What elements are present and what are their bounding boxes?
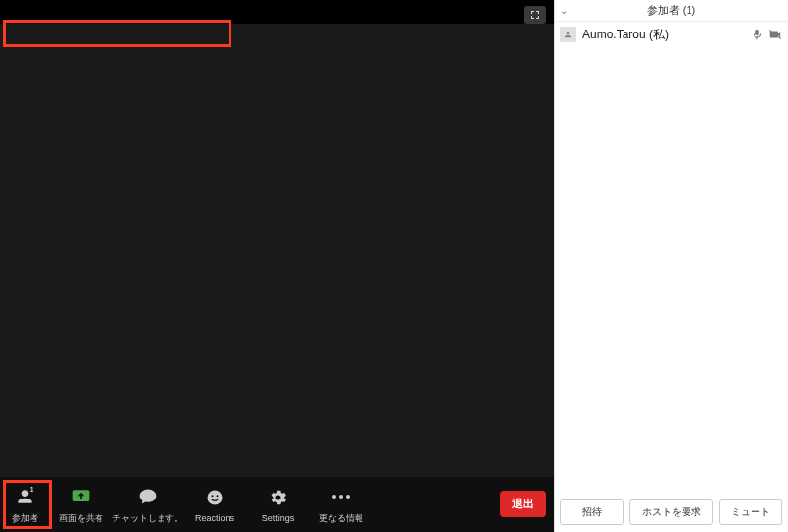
participant-name: Aumo.Tarou (私) — [582, 27, 669, 43]
participants-label: 参加者 — [12, 512, 38, 525]
chat-label: チャットします。 — [112, 512, 183, 525]
avatar — [560, 27, 576, 42]
bottom-toolbar: 1 参加者 画面を共有 チャットします。 Reactions Settings … — [0, 477, 554, 532]
video-area: 1 参加者 画面を共有 チャットします。 Reactions Settings … — [0, 0, 554, 532]
panel-title: 参加者 (1) — [647, 3, 696, 18]
gear-icon — [268, 488, 288, 507]
chat-icon — [137, 487, 159, 506]
participant-row[interactable]: Aumo.Tarou (私) — [555, 22, 788, 47]
settings-button[interactable]: Settings — [246, 477, 309, 532]
expand-icon — [529, 9, 541, 21]
participants-count: 1 — [30, 485, 33, 494]
svg-point-2 — [217, 495, 219, 497]
share-screen-icon — [70, 487, 92, 506]
claim-host-button[interactable]: ホストを要求 — [629, 499, 712, 525]
reactions-button[interactable]: Reactions — [183, 477, 246, 532]
invite-button[interactable]: 招待 — [560, 499, 624, 525]
more-label: 更なる情報 — [319, 512, 363, 525]
share-screen-button[interactable]: 画面を共有 — [49, 477, 112, 532]
video-top-bar — [0, 0, 554, 24]
participants-panel: ⌄ 参加者 (1) Aumo.Tarou (私) 招待 ホストを要求 ミュート — [554, 0, 788, 532]
share-screen-label: 画面を共有 — [59, 512, 103, 525]
more-button[interactable]: 更なる情報 — [309, 477, 372, 532]
panel-footer: 招待 ホストを要求 ミュート — [555, 493, 788, 532]
panel-body — [555, 47, 788, 493]
participants-button[interactable]: 1 参加者 — [0, 477, 49, 532]
panel-header: ⌄ 参加者 (1) — [555, 0, 788, 22]
reactions-icon — [204, 488, 226, 507]
person-icon — [563, 30, 573, 39]
camera-off-icon[interactable] — [768, 28, 782, 41]
reactions-label: Reactions — [195, 513, 234, 523]
fullscreen-button[interactable] — [524, 6, 546, 24]
leave-button[interactable]: 退出 — [500, 491, 546, 517]
svg-point-0 — [208, 491, 223, 505]
settings-label: Settings — [262, 513, 295, 523]
video-main[interactable] — [0, 24, 554, 477]
chevron-down-icon[interactable]: ⌄ — [560, 5, 568, 16]
microphone-icon[interactable] — [751, 28, 764, 41]
chat-button[interactable]: チャットします。 — [112, 477, 183, 532]
svg-point-1 — [212, 495, 214, 497]
more-icon — [332, 495, 350, 499]
mute-button[interactable]: ミュート — [719, 499, 782, 525]
